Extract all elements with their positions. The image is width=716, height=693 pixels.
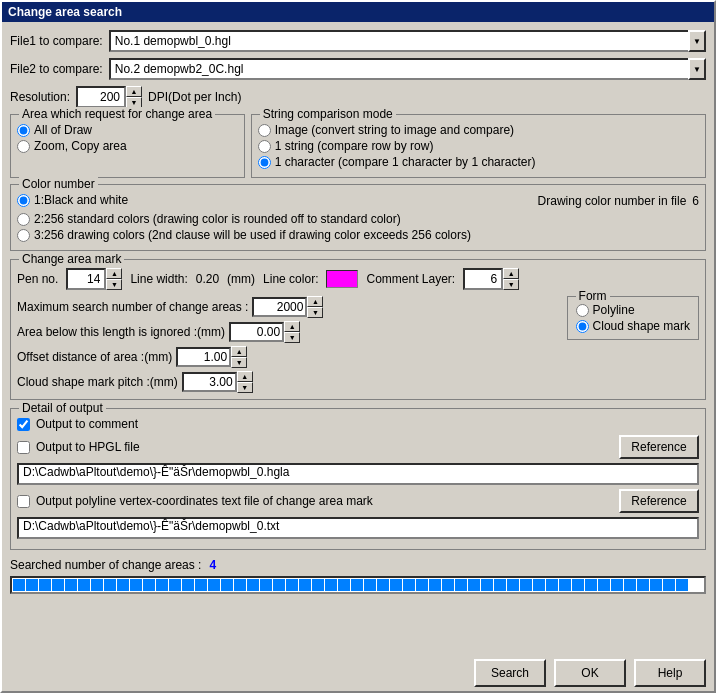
max-search-spinner: ▲ ▼ bbox=[252, 296, 323, 318]
form-polyline-label[interactable]: Polyline bbox=[593, 303, 635, 317]
line-width-label: Line width: bbox=[130, 272, 187, 286]
pen-no-up[interactable]: ▲ bbox=[106, 268, 122, 279]
offset-down[interactable]: ▼ bbox=[231, 357, 247, 368]
string-char-label[interactable]: 1 character (compare 1 character by 1 ch… bbox=[275, 155, 536, 169]
drawing-color-info: Drawing color number in file 6 bbox=[538, 194, 699, 208]
output-comment-label[interactable]: Output to comment bbox=[36, 417, 138, 431]
file2-combo-input[interactable]: No.2 demopwb2_0C.hgl bbox=[109, 58, 688, 80]
color-radio-draw: 3:256 drawing colors (2nd clause will be… bbox=[17, 228, 699, 242]
help-button[interactable]: Help bbox=[634, 659, 706, 687]
search-label: Search bbox=[491, 666, 529, 680]
output-comment-row: Output to comment bbox=[17, 417, 699, 431]
polyline-path-input[interactable]: D:\Cadwb\aPltout\demo\}-Ê"äŠr\demopwbl_0… bbox=[17, 517, 699, 539]
color-bw-radio[interactable] bbox=[17, 194, 30, 207]
hpgl-path-row: D:\Cadwb\aPltout\demo\}-Ê"äŠr\demopwbl_0… bbox=[17, 463, 699, 485]
pen-no-input[interactable] bbox=[66, 268, 106, 290]
offset-up[interactable]: ▲ bbox=[231, 346, 247, 357]
hpgl-ref-label: Reference bbox=[631, 440, 686, 454]
polyline-reference-button[interactable]: Reference bbox=[619, 489, 699, 513]
cloud-pitch-up[interactable]: ▲ bbox=[237, 371, 253, 382]
form-group: Form Polyline Cloud shape mark bbox=[567, 296, 699, 340]
file1-label: File1 to compare: bbox=[10, 34, 103, 48]
cloud-pitch-row: Cloud shape mark pitch :(mm) ▲ ▼ bbox=[17, 371, 553, 393]
form-cloud-radio[interactable] bbox=[576, 320, 589, 333]
line-color-swatch[interactable] bbox=[326, 270, 358, 288]
string-char-radio[interactable] bbox=[258, 156, 271, 169]
max-search-label: Maximum search number of change areas : bbox=[17, 300, 248, 314]
offset-row: Offset distance of area :(mm) ▲ ▼ bbox=[17, 346, 553, 368]
area-below-input[interactable] bbox=[229, 322, 284, 342]
max-search-input[interactable] bbox=[252, 297, 307, 317]
file2-combo-btn[interactable]: ▼ bbox=[688, 58, 706, 80]
comment-layer-down[interactable]: ▼ bbox=[503, 279, 519, 290]
cloud-pitch-down[interactable]: ▼ bbox=[237, 382, 253, 393]
offset-input[interactable] bbox=[176, 347, 231, 367]
resolution-spinner: ▲ ▼ bbox=[76, 86, 142, 108]
hpgl-path-input[interactable]: D:\Cadwb\aPltout\demo\}-Ê"äŠr\demopwbl_0… bbox=[17, 463, 699, 485]
output-group: Detail of output Output to comment Outpu… bbox=[10, 408, 706, 550]
area-all-label[interactable]: All of Draw bbox=[34, 123, 92, 137]
form-cloud-row: Cloud shape mark bbox=[576, 319, 690, 333]
color-radio-std: 2:256 standard colors (drawing color is … bbox=[17, 212, 699, 226]
string-row-label[interactable]: 1 string (compare row by row) bbox=[275, 139, 434, 153]
output-polyline-checkbox[interactable] bbox=[17, 495, 30, 508]
output-comment-checkbox[interactable] bbox=[17, 418, 30, 431]
output-polyline-row: Output polyline vertex-coordinates text … bbox=[17, 489, 699, 513]
hpgl-reference-button[interactable]: Reference bbox=[619, 435, 699, 459]
polyline-path-value: D:\Cadwb\aPltout\demo\}-Ê"äŠr\demopwbl_0… bbox=[23, 519, 279, 533]
cloud-pitch-spinner: ▲ ▼ bbox=[182, 371, 253, 393]
offset-spinner: ▲ ▼ bbox=[176, 346, 247, 368]
string-image-radio[interactable] bbox=[258, 124, 271, 137]
ok-button[interactable]: OK bbox=[554, 659, 626, 687]
mark-params: Maximum search number of change areas : … bbox=[17, 296, 699, 393]
output-polyline-label[interactable]: Output polyline vertex-coordinates text … bbox=[36, 494, 373, 508]
area-below-down[interactable]: ▼ bbox=[284, 332, 300, 343]
color-draw-radio[interactable] bbox=[17, 229, 30, 242]
bottom-section: Searched number of change areas : 4 bbox=[10, 558, 706, 594]
color-std-radio[interactable] bbox=[17, 213, 30, 226]
file2-combo-wrapper: No.2 demopwb2_0C.hgl ▼ bbox=[109, 58, 706, 80]
string-group: String comparison mode Image (convert st… bbox=[251, 114, 706, 178]
area-group-label: Area which request for change area bbox=[19, 107, 215, 121]
resolution-input[interactable] bbox=[76, 86, 126, 108]
area-all-radio[interactable] bbox=[17, 124, 30, 137]
comment-layer-input[interactable] bbox=[463, 268, 503, 290]
change-mark-group: Change area mark Pen no. ▲ ▼ Line width:… bbox=[10, 259, 706, 400]
offset-label: Offset distance of area :(mm) bbox=[17, 350, 172, 364]
search-button[interactable]: Search bbox=[474, 659, 546, 687]
progress-bar bbox=[10, 576, 706, 594]
string-row-radio[interactable] bbox=[258, 140, 271, 153]
pen-no-spinner: ▲ ▼ bbox=[66, 268, 122, 290]
pen-no-down[interactable]: ▼ bbox=[106, 279, 122, 290]
area-below-up[interactable]: ▲ bbox=[284, 321, 300, 332]
ok-label: OK bbox=[581, 666, 598, 680]
area-zoom-label[interactable]: Zoom, Copy area bbox=[34, 139, 127, 153]
color-inline: 1:Black and white Drawing color number i… bbox=[17, 193, 699, 209]
color-std-label[interactable]: 2:256 standard colors (drawing color is … bbox=[34, 212, 401, 226]
file1-combo-input[interactable]: No.1 demopwbl_0.hgl bbox=[109, 30, 688, 52]
file2-label: File2 to compare: bbox=[10, 62, 103, 76]
color-group-label: Color number bbox=[19, 177, 98, 191]
resolution-label: Resolution: bbox=[10, 90, 70, 104]
form-polyline-radio[interactable] bbox=[576, 304, 589, 317]
output-hpgl-checkbox[interactable] bbox=[17, 441, 30, 454]
comment-layer-up[interactable]: ▲ bbox=[503, 268, 519, 279]
string-image-label[interactable]: Image (convert string to image and compa… bbox=[275, 123, 514, 137]
file1-combo-btn[interactable]: ▼ bbox=[688, 30, 706, 52]
file1-row: File1 to compare: No.1 demopwbl_0.hgl ▼ bbox=[10, 30, 706, 52]
area-below-spinner: ▲ ▼ bbox=[229, 321, 300, 343]
output-hpgl-label[interactable]: Output to HPGL file bbox=[36, 440, 140, 454]
cloud-pitch-input[interactable] bbox=[182, 372, 237, 392]
max-search-down[interactable]: ▼ bbox=[307, 307, 323, 318]
area-group: Area which request for change area All o… bbox=[10, 114, 245, 178]
drawing-color-text: Drawing color number in file bbox=[538, 194, 687, 208]
color-bw-label[interactable]: 1:Black and white bbox=[34, 193, 128, 207]
color-draw-label[interactable]: 3:256 drawing colors (2nd clause will be… bbox=[34, 228, 471, 242]
file1-combo-wrapper: No.1 demopwbl_0.hgl ▼ bbox=[109, 30, 706, 52]
area-zoom-radio[interactable] bbox=[17, 140, 30, 153]
form-polyline-row: Polyline bbox=[576, 303, 690, 317]
polyline-ref-label: Reference bbox=[631, 494, 686, 508]
form-cloud-label[interactable]: Cloud shape mark bbox=[593, 319, 690, 333]
resolution-spin-up[interactable]: ▲ bbox=[126, 86, 142, 97]
max-search-up[interactable]: ▲ bbox=[307, 296, 323, 307]
